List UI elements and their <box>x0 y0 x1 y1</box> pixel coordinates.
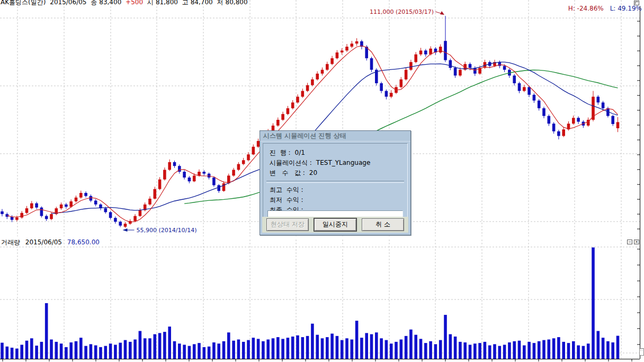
close-value: 83,400 <box>99 0 121 6</box>
volume-header: 거래량 2015/06/05 78,650.00 <box>1 238 103 247</box>
progress-row: 진 행 :0/1 <box>270 148 401 158</box>
dialog-button-strip: 현상태 저장 일시중지 취 소 <box>262 217 408 233</box>
progress-row-value: 0/1 <box>295 149 305 156</box>
pause-button[interactable]: 일시중지 <box>314 218 356 231</box>
high-label: 고 <box>182 0 189 6</box>
simulation-dialog: 시스템 시뮬레이션 진행 상태 진 행 :0/1 시뮬레이션식 :TEST_YL… <box>260 130 411 235</box>
open-label: 시 <box>147 0 154 6</box>
symbol-title: AK홀딩스(일간) <box>1 0 46 6</box>
volume-value: 78,650.00 <box>67 239 100 246</box>
progress-row-label: 진 행 : <box>270 149 291 156</box>
close-label: 종 <box>91 0 97 6</box>
max-profit-row: 최고 수익 : <box>270 185 401 195</box>
min-profit-row: 최저 수익 : <box>270 195 401 205</box>
save-state-button[interactable]: 현상태 저장 <box>266 218 309 231</box>
open-value: 81,800 <box>156 0 178 6</box>
variable-row-label: 변 수 값 : <box>270 169 305 176</box>
chart-date: 2015/06/05 <box>50 0 86 6</box>
chart-window: 111,000 (2015/03/17)55,900 (2014/10/14) … <box>0 0 644 362</box>
dialog-title[interactable]: 시스템 시뮬레이션 진행 상태 <box>260 131 410 142</box>
restore-icon[interactable] <box>634 1 639 5</box>
low-value: 80,800 <box>226 0 248 6</box>
change-value: +500 <box>126 0 143 6</box>
price-header: AK홀딩스(일간) 2015/06/05 종83,400 +500 시81,80… <box>1 0 250 7</box>
peak-annotation: 111,000 (2015/03/17) <box>370 8 434 15</box>
dialog-separator <box>266 181 404 183</box>
low-label: 저 <box>217 0 223 6</box>
volume-label: 거래량 <box>1 239 20 246</box>
variable-row-value: 20 <box>309 169 317 176</box>
formula-row-label: 시뮬레이션식 : <box>270 159 312 166</box>
high-value: 84,700 <box>191 0 213 6</box>
close-icon[interactable]: × <box>634 240 639 244</box>
resize-grip-icon[interactable]: ∷ <box>639 348 644 356</box>
trough-annotation: 55,900 (2014/10/14) <box>137 227 197 234</box>
variable-row: 변 수 값 :20 <box>270 168 401 178</box>
dialog-body: 진 행 :0/1 시뮬레이션식 :TEST_YLanguage 변 수 값 :2… <box>263 143 408 218</box>
volume-date: 2015/06/05 <box>25 239 62 246</box>
minimize-icon[interactable]: − <box>627 240 632 244</box>
range-badge: H: -24.86%L: 49.19% <box>568 5 642 12</box>
formula-row-value: TEST_YLanguage <box>316 159 370 166</box>
cancel-button[interactable]: 취 소 <box>362 218 404 231</box>
formula-row: 시뮬레이션식 :TEST_YLanguage <box>270 158 401 168</box>
range-low-pct: L: 49.19% <box>610 5 642 12</box>
volume-series <box>1 248 619 359</box>
range-high-pct: H: -24.86% <box>568 5 604 12</box>
